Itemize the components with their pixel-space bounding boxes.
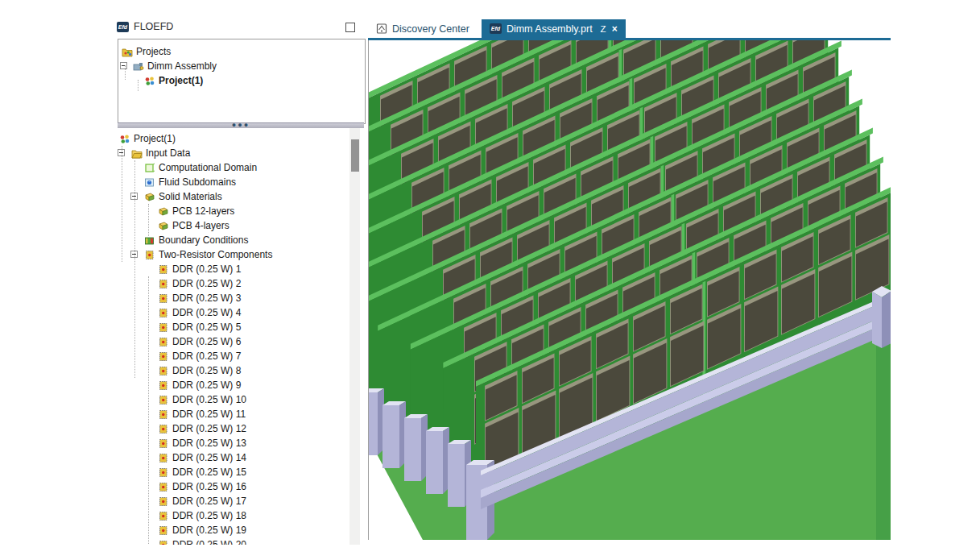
tree-item-label: DDR (0.25 W) 16 — [172, 481, 246, 492]
efd-logo-icon: Efd — [117, 22, 129, 32]
tree-item[interactable]: DDR (0.25 W) 2 — [158, 276, 241, 291]
two-resistor-icon — [158, 308, 169, 318]
tree-item[interactable]: Two-Resistor Components — [144, 247, 272, 262]
tree-item[interactable]: DDR (0.25 W) 1 — [158, 262, 241, 276]
tree-item[interactable]: DDR (0.25 W) 5 — [158, 320, 241, 334]
tree-item-label: DDR (0.25 W) 6 — [172, 336, 241, 347]
projects-folder-icon — [122, 47, 133, 57]
tab-close-icon[interactable]: × — [612, 24, 618, 34]
tree-item-label: DDR (0.25 W) 5 — [172, 321, 241, 333]
tree-item-label: DDR (0.25 W) 15 — [172, 467, 246, 478]
tree-item-label: DDR (0.25 W) 9 — [172, 380, 241, 391]
efd-file-icon: Efd — [490, 23, 502, 34]
two-resistor-icon — [158, 293, 169, 304]
tree-item-label: DDR (0.25 W) 20 — [172, 539, 246, 545]
tab-label: Dimm Assembly.prt — [507, 23, 593, 35]
two-resistor-icon — [158, 467, 169, 478]
two-resistor-icon — [158, 540, 169, 545]
tree-item[interactable]: DDR (0.25 W) 4 — [158, 305, 241, 320]
tab-zoom-indicator: Z — [601, 24, 606, 34]
fluid-subdomains-icon — [144, 177, 155, 188]
tree-item[interactable]: DDR (0.25 W) 7 — [158, 349, 241, 363]
float-window-button[interactable] — [345, 23, 355, 32]
tree-item[interactable]: Project(1) — [144, 73, 203, 88]
tree-item[interactable]: DDR (0.25 W) 9 — [158, 378, 241, 392]
two-resistor-icon — [158, 482, 169, 492]
tree-item[interactable]: DDR (0.25 W) 3 — [158, 291, 241, 305]
computational-domain-icon — [144, 163, 155, 173]
solid-material-icon — [158, 221, 169, 231]
tree-item[interactable]: Dimm Assembly — [133, 59, 217, 73]
tree-item-label: Input Data — [146, 147, 190, 159]
tree-item[interactable]: Computational Domain — [144, 160, 257, 175]
tree-item[interactable]: DDR (0.25 W) 16 — [158, 479, 246, 494]
two-resistor-icon — [158, 322, 169, 333]
tree-item-label: DDR (0.25 W) 8 — [172, 365, 241, 376]
tree-item[interactable]: DDR (0.25 W) 6 — [158, 334, 241, 349]
document-tab-bar: Discovery Center Efd Dimm Assembly.prt Z… — [368, 19, 626, 38]
tree-connector — [125, 65, 126, 80]
tree-item[interactable]: Project(1) — [119, 131, 176, 146]
two-resistor-icon — [158, 351, 169, 362]
tree-item-label: DDR (0.25 W) 3 — [172, 292, 241, 304]
two-resistor-icon — [158, 337, 169, 347]
tree-item-label: Project(1) — [134, 133, 176, 144]
tab-discovery-center[interactable]: Discovery Center — [368, 19, 478, 38]
tree-item[interactable]: PCB 4-layers — [158, 218, 229, 233]
tree-item[interactable]: DDR (0.25 W) 13 — [158, 436, 246, 450]
tab-dimm-assembly[interactable]: Efd Dimm Assembly.prt Z × — [482, 19, 626, 38]
tree-item[interactable]: DDR (0.25 W) 19 — [158, 523, 246, 537]
tree-item-label: DDR (0.25 W) 13 — [172, 438, 246, 449]
tree-item[interactable]: DDR (0.25 W) 14 — [158, 450, 246, 465]
tree-connector — [148, 204, 149, 236]
tree-item[interactable]: PCB 12-layers — [158, 204, 234, 218]
tree-item-label: PCB 12-layers — [172, 205, 234, 217]
tree-item[interactable]: Input Data — [131, 146, 190, 160]
tree-item[interactable]: DDR (0.25 W) 17 — [158, 494, 246, 508]
tree-connector — [148, 276, 149, 544]
tree-item-label: DDR (0.25 W) 12 — [172, 423, 246, 434]
tree-item[interactable]: DDR (0.25 W) 15 — [158, 465, 246, 479]
3d-viewport[interactable] — [368, 40, 891, 540]
two-resistor-icon — [144, 250, 155, 260]
projects-tree-panel: ProjectsDimm AssemblyProject(1) — [118, 39, 366, 124]
tree-item[interactable]: DDR (0.25 W) 12 — [158, 421, 246, 436]
tree-item[interactable]: Boundary Conditions — [144, 233, 248, 247]
two-resistor-icon — [158, 395, 169, 405]
tree-expander-minus[interactable] — [120, 62, 127, 69]
tree-item-label: DDR (0.25 W) 7 — [172, 351, 241, 362]
tree-item-label: DDR (0.25 W) 2 — [172, 278, 241, 289]
tree-item[interactable]: Projects — [122, 44, 171, 59]
input-data-folder-icon — [131, 148, 143, 159]
solid-material-icon — [158, 206, 169, 217]
discovery-center-icon — [376, 23, 387, 34]
tree-item[interactable]: DDR (0.25 W) 18 — [158, 508, 246, 523]
solid-material-icon — [144, 192, 155, 202]
tree-item[interactable]: Solid Materials — [144, 189, 222, 204]
tree-item-label: Project(1) — [159, 75, 203, 86]
tree-item-label: Boundary Conditions — [159, 234, 248, 246]
splitter-grip-icon: ●●● — [232, 122, 250, 128]
tree-connector — [134, 160, 135, 378]
tree-item-label: DDR (0.25 W) 18 — [172, 510, 246, 521]
assembly-icon — [133, 61, 144, 72]
tree-scrollbar-thumb[interactable] — [351, 139, 359, 172]
two-resistor-icon — [158, 409, 169, 420]
tree-item[interactable]: DDR (0.25 W) 8 — [158, 363, 241, 378]
tree-connector — [138, 80, 139, 91]
tree-scrollbar[interactable] — [349, 128, 360, 545]
floefd-dock-panel: Efd FLOEFD ProjectsDimm AssemblyProject(… — [117, 16, 368, 544]
tree-item[interactable]: Fluid Subdomains — [144, 175, 236, 189]
two-resistor-icon — [158, 424, 169, 434]
tree-item-label: Solid Materials — [159, 191, 222, 202]
two-resistor-icon — [158, 525, 169, 536]
dock-header: Efd FLOEFD — [117, 18, 368, 35]
tree-item[interactable]: DDR (0.25 W) 11 — [158, 407, 246, 421]
tree-item-label: DDR (0.25 W) 14 — [172, 452, 246, 463]
tree-item-label: Dimm Assembly — [147, 60, 217, 72]
two-resistor-icon — [158, 380, 169, 391]
tree-item[interactable]: DDR (0.25 W) 10 — [158, 392, 246, 407]
tree-item[interactable]: DDR (0.25 W) 20 — [158, 537, 246, 545]
two-resistor-icon — [158, 366, 169, 376]
two-resistor-icon — [158, 438, 169, 449]
